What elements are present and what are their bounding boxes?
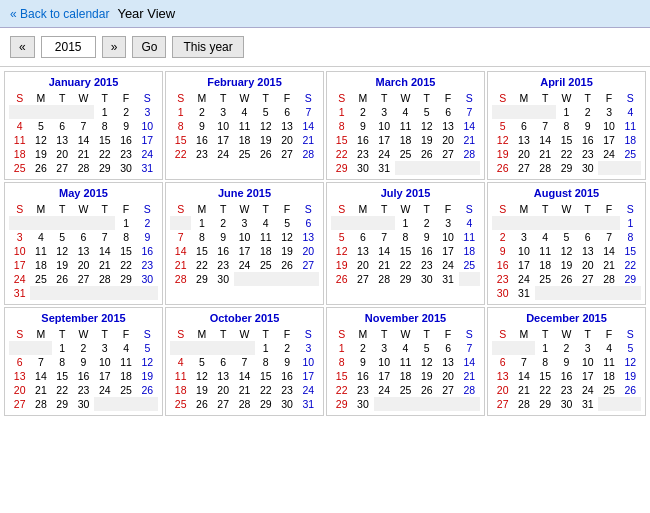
- calendar-day[interactable]: 11: [115, 355, 136, 369]
- calendar-day[interactable]: 31: [9, 286, 30, 300]
- calendar-day[interactable]: 7: [94, 230, 115, 244]
- calendar-day[interactable]: 16: [352, 133, 373, 147]
- calendar-day[interactable]: 27: [492, 397, 513, 411]
- calendar-day[interactable]: 28: [598, 272, 619, 286]
- calendar-day[interactable]: 15: [255, 369, 276, 383]
- calendar-day[interactable]: 15: [191, 244, 212, 258]
- calendar-day[interactable]: 17: [513, 258, 534, 272]
- calendar-day[interactable]: 11: [620, 119, 641, 133]
- calendar-day[interactable]: 2: [191, 105, 212, 119]
- calendar-day[interactable]: 15: [556, 133, 577, 147]
- calendar-day[interactable]: 25: [115, 383, 136, 397]
- calendar-day[interactable]: 27: [213, 397, 234, 411]
- calendar-day[interactable]: 9: [213, 230, 234, 244]
- calendar-day[interactable]: 11: [395, 355, 416, 369]
- calendar-day[interactable]: 2: [73, 341, 94, 355]
- calendar-day[interactable]: 6: [213, 355, 234, 369]
- calendar-day[interactable]: 15: [52, 369, 73, 383]
- calendar-day[interactable]: 12: [492, 133, 513, 147]
- calendar-day[interactable]: 17: [374, 369, 395, 383]
- calendar-day[interactable]: 22: [115, 258, 136, 272]
- calendar-day[interactable]: 12: [416, 119, 437, 133]
- calendar-day[interactable]: 23: [556, 383, 577, 397]
- calendar-day[interactable]: 26: [620, 383, 641, 397]
- calendar-day[interactable]: 11: [170, 369, 191, 383]
- calendar-day[interactable]: 16: [556, 369, 577, 383]
- calendar-day[interactable]: 5: [556, 230, 577, 244]
- calendar-day[interactable]: 8: [115, 230, 136, 244]
- calendar-day[interactable]: 5: [416, 341, 437, 355]
- calendar-day[interactable]: 19: [30, 147, 51, 161]
- calendar-day[interactable]: 28: [459, 383, 480, 397]
- calendar-day[interactable]: 13: [298, 230, 319, 244]
- calendar-day[interactable]: 27: [513, 161, 534, 175]
- calendar-day[interactable]: 24: [298, 383, 319, 397]
- calendar-day[interactable]: 18: [30, 258, 51, 272]
- calendar-day[interactable]: 13: [73, 244, 94, 258]
- calendar-day[interactable]: 20: [437, 369, 458, 383]
- calendar-day[interactable]: 19: [331, 258, 352, 272]
- calendar-day[interactable]: 20: [577, 258, 598, 272]
- calendar-day[interactable]: 21: [30, 383, 51, 397]
- calendar-day[interactable]: 28: [30, 397, 51, 411]
- calendar-day[interactable]: 25: [598, 383, 619, 397]
- calendar-day[interactable]: 16: [137, 244, 158, 258]
- calendar-day[interactable]: 17: [137, 133, 158, 147]
- calendar-day[interactable]: 23: [73, 383, 94, 397]
- calendar-day[interactable]: 17: [234, 244, 255, 258]
- calendar-day[interactable]: 7: [73, 119, 94, 133]
- calendar-day[interactable]: 14: [513, 369, 534, 383]
- calendar-day[interactable]: 31: [513, 286, 534, 300]
- calendar-day[interactable]: 13: [213, 369, 234, 383]
- calendar-day[interactable]: 19: [276, 244, 297, 258]
- calendar-day[interactable]: 1: [535, 341, 556, 355]
- calendar-day[interactable]: 19: [255, 133, 276, 147]
- calendar-day[interactable]: 2: [213, 216, 234, 230]
- calendar-day[interactable]: 24: [94, 383, 115, 397]
- calendar-day[interactable]: 3: [137, 105, 158, 119]
- calendar-day[interactable]: 22: [94, 147, 115, 161]
- calendar-day[interactable]: 27: [52, 161, 73, 175]
- calendar-day[interactable]: 29: [556, 161, 577, 175]
- calendar-day[interactable]: 11: [535, 244, 556, 258]
- calendar-day[interactable]: 7: [459, 341, 480, 355]
- calendar-day[interactable]: 25: [620, 147, 641, 161]
- calendar-day[interactable]: 27: [437, 147, 458, 161]
- calendar-day[interactable]: 26: [191, 397, 212, 411]
- calendar-day[interactable]: 30: [556, 397, 577, 411]
- calendar-day[interactable]: 25: [395, 147, 416, 161]
- calendar-day[interactable]: 19: [137, 369, 158, 383]
- calendar-day[interactable]: 2: [416, 216, 437, 230]
- calendar-day[interactable]: 21: [513, 383, 534, 397]
- calendar-day[interactable]: 5: [416, 105, 437, 119]
- calendar-day[interactable]: 14: [459, 119, 480, 133]
- calendar-day[interactable]: 18: [234, 133, 255, 147]
- calendar-day[interactable]: 16: [73, 369, 94, 383]
- calendar-day[interactable]: 4: [535, 230, 556, 244]
- calendar-day[interactable]: 30: [416, 272, 437, 286]
- calendar-day[interactable]: 21: [598, 258, 619, 272]
- calendar-day[interactable]: 10: [374, 355, 395, 369]
- calendar-day[interactable]: 15: [170, 133, 191, 147]
- calendar-day[interactable]: 10: [137, 119, 158, 133]
- calendar-day[interactable]: 2: [352, 341, 373, 355]
- calendar-day[interactable]: 30: [577, 161, 598, 175]
- calendar-day[interactable]: 11: [30, 244, 51, 258]
- calendar-day[interactable]: 12: [416, 355, 437, 369]
- calendar-day[interactable]: 23: [352, 383, 373, 397]
- calendar-day[interactable]: 2: [577, 105, 598, 119]
- calendar-day[interactable]: 30: [352, 397, 373, 411]
- calendar-day[interactable]: 14: [30, 369, 51, 383]
- calendar-day[interactable]: 12: [331, 244, 352, 258]
- calendar-day[interactable]: 20: [276, 133, 297, 147]
- calendar-day[interactable]: 7: [30, 355, 51, 369]
- calendar-day[interactable]: 11: [234, 119, 255, 133]
- calendar-day[interactable]: 15: [395, 244, 416, 258]
- calendar-day[interactable]: 19: [52, 258, 73, 272]
- calendar-day[interactable]: 12: [30, 133, 51, 147]
- calendar-day[interactable]: 8: [395, 230, 416, 244]
- calendar-day[interactable]: 14: [73, 133, 94, 147]
- calendar-day[interactable]: 18: [115, 369, 136, 383]
- calendar-day[interactable]: 17: [9, 258, 30, 272]
- calendar-day[interactable]: 13: [9, 369, 30, 383]
